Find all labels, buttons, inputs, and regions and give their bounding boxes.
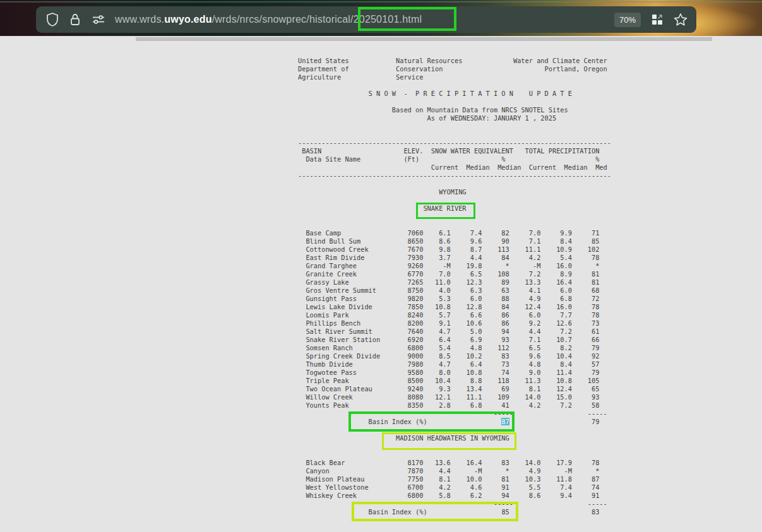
browser-toolbar: www.wrds.uwyo.edu/wrds/nrcs/snowprec/his… <box>36 6 696 33</box>
report-line: ----- ----- <box>298 410 611 418</box>
report-line: Current Median Median Current Median Med <box>298 163 611 172</box>
shield-icon[interactable] <box>46 13 59 27</box>
report-line: Based on Mountain Data from NRCS SNOTEL … <box>298 106 611 114</box>
web-page: United States Natural Resources Water an… <box>0 36 762 532</box>
report-line: Cottonwood Creek 7670 9.8 8.7 113 11.1 1… <box>298 245 611 254</box>
report-line: Canyon 7870 4.4 -M * 4.9 -M * <box>298 467 611 475</box>
report-line <box>298 122 611 131</box>
report-line: Loomis Park 8240 5.7 6.6 86 6.0 7.7 78 <box>298 311 611 319</box>
report-line: Thumb Divide 7980 4.7 6.4 73 4.8 8.4 57 <box>298 360 611 369</box>
report-line: Togwotee Pass 9580 8.0 10.8 74 9.0 11.4 … <box>298 369 611 377</box>
report-line: Lewis Lake Divide 7850 10.8 12.8 84 12.4… <box>298 303 611 311</box>
report-line: Grand Targhee 9260 -M 19.8 * -M 16.0 * <box>298 262 611 270</box>
report-line: Spring Creek Divide 9000 8.5 10.2 83 9.6… <box>298 352 611 360</box>
report-line: ----- ----- <box>298 500 611 508</box>
report-line: BASIN ELEV. SNOW WATER EQUIVALENT TOTAL … <box>298 147 611 155</box>
url-path: /wrds/nrcs/snowprec/historical/20250101.… <box>212 14 422 25</box>
url-prefix: www.wrds. <box>115 14 164 25</box>
report-line: Blind Bull Sum 8650 8.6 9.6 90 7.1 8.4 8… <box>298 237 611 245</box>
report-line <box>298 81 611 90</box>
report-line: Phillips Bench 8200 9.1 10.6 86 9.2 12.6… <box>298 319 611 328</box>
report-line: Data Site Name (Ft) % % <box>298 155 611 163</box>
permissions-icon[interactable] <box>92 14 105 25</box>
selected-basin-index-value: 87 <box>501 418 509 425</box>
url-bar[interactable]: www.wrds.uwyo.edu/wrds/nrcs/snowprec/his… <box>115 14 614 25</box>
report-line <box>298 451 611 459</box>
report-line: ----------------------------------------… <box>298 172 611 180</box>
report-line <box>298 180 611 188</box>
report-line: Salt River Summit 7640 4.7 5.0 94 4.4 7.… <box>298 328 611 336</box>
report-line: Base Camp 7060 6.1 7.4 82 7.0 9.9 71 <box>298 229 611 237</box>
report-line: Madison Plateau 7750 8.1 10.0 81 10.3 11… <box>298 475 611 483</box>
lock-icon[interactable] <box>69 13 81 27</box>
report-line: Willow Creek 8080 12.1 11.1 109 14.0 15.… <box>298 393 611 401</box>
report-line: SNAKE RIVER <box>298 204 611 213</box>
report-line: East Rim Divide 7930 3.7 4.4 84 4.2 5.4 … <box>298 254 611 262</box>
report-line: S N O W - P R E C I P I T A T I O N U P … <box>298 90 611 98</box>
report-line: Department of Conservation Portland, Ore… <box>298 65 611 73</box>
report-line: Triple Peak 8500 10.4 8.8 118 11.3 10.8 … <box>298 377 611 385</box>
report-line <box>298 221 611 229</box>
report-line: Snake River Station 6920 6.4 6.9 93 7.1 … <box>298 336 611 344</box>
report-line: Two Ocean Plateau 9240 9.3 13.4 69 8.1 1… <box>298 385 611 393</box>
report-line: Younts Peak 8350 2.8 6.8 41 4.2 7.2 58 <box>298 401 611 410</box>
report-line <box>298 213 611 221</box>
report-line: MADISON HEADWATERS IN WYOMING <box>298 434 611 442</box>
report-line: As of WEDNESDAY: JANUARY 1 , 2025 <box>298 114 611 122</box>
report-line: Gunsight Pass 9820 5.3 6.0 88 4.9 6.8 72 <box>298 295 611 303</box>
report-line: ----------------------------------------… <box>298 139 611 147</box>
report-line: Somsen Ranch 6800 5.4 4.8 112 6.5 8.2 79 <box>298 344 611 352</box>
report-line: Basin Index (%) 87 79 <box>298 418 611 426</box>
squares-arrow-icon[interactable] <box>651 13 664 26</box>
report-line: Basin Index (%) 85 83 <box>298 508 611 516</box>
zoom-level-badge[interactable]: 70% <box>614 13 641 27</box>
report-line: WYOMING <box>298 188 611 196</box>
report-line: Whiskey Creek 6800 5.8 6.2 94 8.6 9.4 91 <box>298 492 611 500</box>
snow-precip-report: United States Natural Resources Water an… <box>298 57 611 516</box>
report-line: Gros Ventre Summit 8750 4.0 6.3 63 4.1 6… <box>298 287 611 295</box>
bookmark-star-icon[interactable] <box>674 13 688 27</box>
report-line <box>298 98 611 106</box>
page-top-divider <box>136 37 712 41</box>
report-line: Granite Creek 6770 7.0 6.5 108 7.2 8.9 8… <box>298 270 611 278</box>
report-line <box>298 196 611 204</box>
report-line <box>298 426 611 434</box>
report-line: Black Bear 8170 13.6 16.4 83 14.0 17.9 7… <box>298 459 611 467</box>
report-line: United States Natural Resources Water an… <box>298 57 611 65</box>
report-line: Agriculture Service <box>298 73 611 81</box>
report-line: Grassy Lake 7265 11.0 12.3 89 13.3 16.4 … <box>298 278 611 287</box>
report-line <box>298 442 611 451</box>
url-domain: uwyo.edu <box>164 14 211 25</box>
report-line: West Yellowstone 6700 4.2 4.6 91 5.5 7.4… <box>298 483 611 492</box>
report-line <box>298 131 611 139</box>
